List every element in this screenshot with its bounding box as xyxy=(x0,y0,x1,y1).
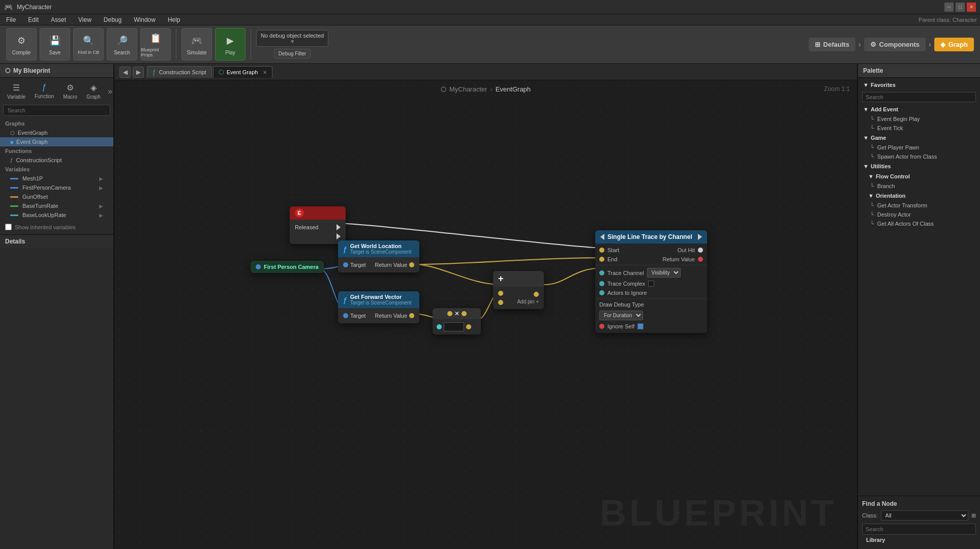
flow-control-header[interactable]: ▼ Flow Control xyxy=(858,171,980,181)
compile-btn[interactable]: ⚙ Compile xyxy=(6,28,37,60)
var-baselookuprate[interactable]: BaseLookUpRate ▶ xyxy=(0,210,113,220)
maximize-btn[interactable]: □ xyxy=(956,3,965,12)
event-graph-active-item[interactable]: ■ Event Graph xyxy=(0,137,113,146)
close-btn[interactable]: ✕ xyxy=(967,3,976,12)
play-btn[interactable]: ▶ Play xyxy=(215,28,246,60)
add-pin-btn[interactable]: Add pin + xyxy=(517,299,539,304)
debug-object-selector[interactable]: No debug object selected ▼ xyxy=(256,30,328,47)
add-event-arrow: ▼ xyxy=(863,106,869,112)
back-arrow[interactable]: ◀ xyxy=(119,67,131,78)
trace-complex-checkbox[interactable] xyxy=(648,281,654,287)
pressed-exec-pin xyxy=(336,224,341,230)
graphs-section-header[interactable]: Graphs xyxy=(0,119,113,128)
var-gunoffset[interactable]: GunOffset xyxy=(0,192,113,201)
macro-icon: ⚙ xyxy=(67,83,74,93)
math-body: Add pin + xyxy=(493,287,544,309)
graph-canvas[interactable]: ⬡ MyCharacter › EventGraph Zoom 1:1 xyxy=(114,80,857,549)
ignore-self-checkbox[interactable] xyxy=(637,323,644,329)
favorites-section: ▼ Favorites ▼ Add Event └ Event Begin Pl… xyxy=(858,80,980,228)
func-badge-1: ƒ xyxy=(343,245,347,253)
spawn-actor-item[interactable]: └ Spawn Actor from Class xyxy=(858,152,980,161)
menu-file[interactable]: File xyxy=(3,15,19,24)
released-row xyxy=(290,232,346,241)
menu-help[interactable]: Help xyxy=(165,15,183,24)
tab-variable[interactable]: ☰ Variable xyxy=(3,81,29,102)
multiply-icon: ✕ xyxy=(454,310,460,317)
tab-construction-script[interactable]: ƒ Construction Script xyxy=(147,66,212,78)
get-actor-transform-item[interactable]: └ Get Actor Transform xyxy=(858,201,980,210)
game-header[interactable]: ▼ Game xyxy=(858,133,980,143)
tab-macro[interactable]: ⚙ Macro xyxy=(59,81,81,102)
menu-window[interactable]: Window xyxy=(131,15,159,24)
simulate-btn[interactable]: 🎮 Simulate xyxy=(181,28,212,60)
math-add-node[interactable]: + Add pin + xyxy=(493,271,544,309)
nav-arrows: ◀ ▶ xyxy=(117,65,146,80)
forward-arrow[interactable]: ▶ xyxy=(133,67,144,78)
menu-asset[interactable]: Asset xyxy=(48,15,69,24)
var-arrow-2: ▶ xyxy=(99,185,103,191)
tab-event-graph[interactable]: ⬡ Event Graph ✕ xyxy=(213,66,273,78)
find-node-header: Find a Node xyxy=(862,500,976,507)
graph-btn[interactable]: ◈ Graph xyxy=(934,38,974,51)
show-inherited-checkbox[interactable] xyxy=(5,224,12,230)
construction-script-item[interactable]: ƒ ConstructionScript xyxy=(0,156,113,165)
multiply-value-input[interactable]: 300 xyxy=(444,322,464,331)
var-mesh1p[interactable]: Mesh1P ▶ xyxy=(0,174,113,183)
var-firstpersoncamera[interactable]: FirstPersonCamera ▶ xyxy=(0,183,113,192)
favorites-header[interactable]: ▼ Favorites xyxy=(858,80,980,90)
gfv-return-pin xyxy=(409,313,414,318)
get-all-actors-item[interactable]: └ Get All Actors Of Class xyxy=(858,219,980,228)
variables-section-header[interactable]: Variables xyxy=(0,165,113,174)
minimize-btn[interactable]: ─ xyxy=(944,3,954,12)
expand-btn[interactable]: » xyxy=(106,81,114,102)
find-class-select[interactable]: All xyxy=(881,510,968,521)
event-node[interactable]: E Released xyxy=(290,206,346,244)
event-begin-play-item[interactable]: └ Event Begin Play xyxy=(858,114,980,124)
mult-out-pin xyxy=(462,311,467,316)
fpc-color-indicator xyxy=(10,187,18,189)
add-event-header[interactable]: ▼ Add Event xyxy=(858,104,980,114)
menu-view[interactable]: View xyxy=(75,15,95,24)
blueprint-search-input[interactable] xyxy=(3,105,110,116)
tab-function[interactable]: ƒ Function xyxy=(30,81,58,102)
tab-close-icon[interactable]: ✕ xyxy=(263,70,267,75)
destroy-actor-item[interactable]: └ Destroy Actor xyxy=(858,210,980,219)
utilities-header[interactable]: ▼ Utilities xyxy=(858,161,980,171)
tab-graph[interactable]: ◈ Graph xyxy=(82,81,105,102)
palette-search-input[interactable] xyxy=(862,92,976,102)
get-player-pawn-item[interactable]: └ Get Player Pawn xyxy=(858,143,980,152)
gfv-body: Target Return Value xyxy=(338,308,419,323)
event-tick-item[interactable]: └ Event Tick xyxy=(858,124,980,133)
title-bar: 🎮 MyCharacter ─ □ ✕ xyxy=(0,0,980,14)
functions-section-header[interactable]: Functions xyxy=(0,146,113,156)
save-btn[interactable]: 💾 Save xyxy=(40,28,70,60)
orientation-header[interactable]: ▼ Orientation xyxy=(858,191,980,201)
variable-tabs: ☰ Variable ƒ Function ⚙ Macro ◈ Graph » xyxy=(0,78,113,102)
components-btn[interactable]: ⚙ Components xyxy=(864,38,926,51)
branch-item[interactable]: └ Branch xyxy=(858,181,980,191)
trace-channel-dropdown[interactable]: Visibility Camera xyxy=(647,268,681,278)
search-btn[interactable]: 🔎 Search xyxy=(107,28,137,60)
defaults-btn[interactable]: ⊞ Defaults xyxy=(809,38,855,51)
panel-icon: ⬡ xyxy=(5,67,10,74)
multiply-node[interactable]: ✕ 300 xyxy=(433,308,481,334)
plus-icon: + xyxy=(498,273,504,284)
menu-debug[interactable]: Debug xyxy=(101,15,125,24)
chevron-1: › xyxy=(859,40,861,48)
trace-complex-row: Trace Complex xyxy=(595,279,707,288)
find-in-cb-btn[interactable]: 🔍 Find in CB xyxy=(73,28,104,60)
debug-filter-btn[interactable]: Debug Filter xyxy=(274,49,311,58)
get-forward-vector-node[interactable]: ƒ Get Forward Vector Target is SceneComp… xyxy=(338,291,419,323)
find-node-search-input[interactable] xyxy=(862,524,976,535)
event-graph-item[interactable]: ⬡ EventGraph xyxy=(0,128,113,137)
camera-node[interactable]: First Person Camera xyxy=(251,261,324,273)
trace-node[interactable]: Single Line Trace by Channel Start Out H… xyxy=(595,230,707,333)
show-inherited-row[interactable]: Show inherited variables xyxy=(0,220,113,234)
get-world-location-node[interactable]: ƒ Get World Location Target is SceneComp… xyxy=(338,240,419,272)
draw-debug-dropdown[interactable]: For Duration None Persistent xyxy=(599,311,643,320)
var-baseturnrate[interactable]: BaseTurnRate ▶ xyxy=(0,201,113,210)
blueprint-props-btn[interactable]: 📋 Blueprint Props xyxy=(140,28,171,60)
main-area: ⬡ My Blueprint ☰ Variable ƒ Function ⚙ M… xyxy=(0,64,980,549)
menu-edit[interactable]: Edit xyxy=(25,15,42,24)
cs-icon: ƒ xyxy=(10,158,13,163)
